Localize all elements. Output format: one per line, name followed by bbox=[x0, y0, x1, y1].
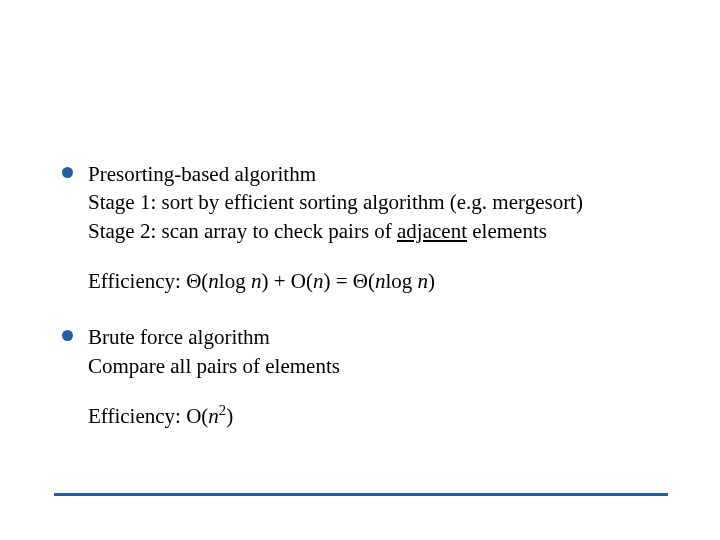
var-n: n bbox=[208, 269, 219, 293]
bullet-line: Stage 1: sort by efficient sorting algor… bbox=[88, 188, 680, 216]
text: log bbox=[219, 269, 251, 293]
text: log bbox=[385, 269, 417, 293]
text: elements bbox=[467, 219, 547, 243]
footer-divider bbox=[54, 493, 668, 496]
var-n: n bbox=[375, 269, 386, 293]
var-n: n bbox=[208, 404, 219, 428]
text: Stage 2: scan array to check pairs of bbox=[88, 219, 397, 243]
bullet-title: Presorting-based algorithm bbox=[88, 160, 680, 188]
efficiency-line: Efficiency: O(n2) bbox=[88, 402, 680, 430]
text: ) bbox=[226, 404, 233, 428]
bullet-bruteforce: Brute force algorithm Compare all pairs … bbox=[62, 323, 680, 430]
var-n: n bbox=[251, 269, 262, 293]
bullet-icon bbox=[62, 167, 73, 178]
text: ) = Θ( bbox=[323, 269, 375, 293]
text: ) bbox=[428, 269, 435, 293]
text: Efficiency: O( bbox=[88, 404, 208, 428]
text: ) + O( bbox=[261, 269, 313, 293]
slide-content: Presorting-based algorithm Stage 1: sort… bbox=[62, 160, 680, 458]
underlined-word: adjacent bbox=[397, 219, 467, 243]
efficiency-line: Efficiency: Θ(nlog n) + O(n) = Θ(nlog n) bbox=[88, 267, 680, 295]
slide: Presorting-based algorithm Stage 1: sort… bbox=[0, 0, 720, 540]
bullet-presorting: Presorting-based algorithm Stage 1: sort… bbox=[62, 160, 680, 295]
text: Efficiency: bbox=[88, 269, 186, 293]
bullet-title: Brute force algorithm bbox=[88, 323, 680, 351]
bullet-line: Compare all pairs of elements bbox=[88, 352, 680, 380]
var-n: n bbox=[418, 269, 429, 293]
bullet-icon bbox=[62, 330, 73, 341]
var-n: n bbox=[313, 269, 324, 293]
text: Θ( bbox=[186, 269, 208, 293]
bullet-line: Stage 2: scan array to check pairs of ad… bbox=[88, 217, 680, 245]
